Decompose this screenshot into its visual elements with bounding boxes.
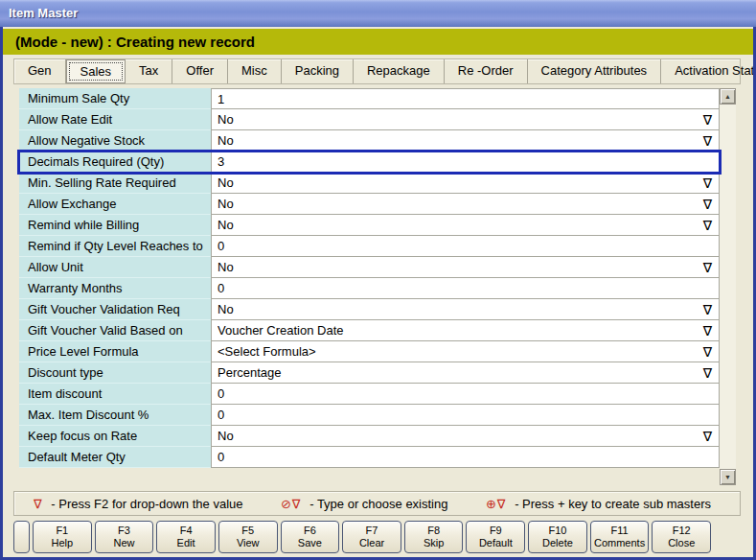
form-row-allow-exchange: Allow Exchange No ∇ [19, 194, 720, 215]
field-value[interactable]: 0 [211, 278, 720, 299]
f6-save-button[interactable]: F6 Save [281, 521, 340, 553]
function-key: F8 [405, 525, 463, 537]
field-label: Discount type [19, 362, 211, 384]
form-row-minimum-sale-qty: Minimum Sale Qty 1 [19, 88, 720, 109]
f1-help-button[interactable]: F1 Help [33, 521, 92, 553]
scroll-up-button[interactable]: ▲ [720, 88, 736, 105]
field-value-text: No [218, 175, 703, 190]
field-value[interactable]: No ∇ [211, 194, 720, 215]
titlebar[interactable]: Item Master [0, 0, 756, 27]
field-label: Allow Exchange [19, 194, 211, 215]
field-label: Allow Unit [19, 257, 211, 278]
tab-offer[interactable]: Offer [172, 59, 228, 83]
field-value-text: No [218, 429, 703, 443]
f11-comments-button[interactable]: F11 Comments [590, 521, 650, 553]
field-value-text: 0 [218, 408, 719, 422]
field-value[interactable]: 0 [211, 447, 720, 468]
field-value[interactable]: 1 [211, 88, 720, 109]
function-label: Save [282, 537, 339, 549]
legend-bar: ∇ - Press F2 for drop-down the value ⊘∇ … [13, 491, 741, 516]
f8-skip-button[interactable]: F8 Skip [404, 521, 464, 553]
legend-text: - Press F2 for drop-down the value [51, 497, 242, 511]
field-label: Price Level Formula [19, 341, 211, 362]
form-row-max-item-discount: Max. Item Discount % 0 [19, 405, 720, 426]
field-label: Remind if Qty Level Reaches to [19, 236, 211, 257]
field-value[interactable]: <Select Formula> ∇ [211, 341, 720, 362]
field-value[interactable]: Percentage ∇ [211, 362, 720, 384]
function-key: F1 [34, 525, 91, 537]
field-value-text: 0 [218, 281, 719, 295]
f12-close-button[interactable]: F12 Close [652, 521, 711, 553]
legend-item: ⊕∇ - Press + key to create sub masters [486, 497, 711, 511]
form-row-default-meter-qty: Default Meter Qty 0 [19, 447, 720, 468]
f7-clear-button[interactable]: F7 Clear [342, 521, 401, 553]
f10-delete-button[interactable]: F10 Delete [528, 521, 587, 553]
function-button-bar: F1 Help F3 New F4 Edit F5 View F6 Save F… [13, 521, 711, 553]
field-value[interactable]: 0 [211, 405, 720, 426]
form-row-item-discount: Item discount 0 [19, 384, 720, 405]
form-row-warranty-months: Warranty Months 0 [19, 278, 720, 299]
tab-activation-status[interactable]: Activation Status [661, 59, 753, 83]
f5-view-button[interactable]: F5 View [218, 521, 278, 553]
field-value[interactable]: Voucher Creation Date ∇ [211, 320, 720, 341]
dropdown-icon[interactable]: ∇ [703, 324, 712, 338]
f4-edit-button[interactable]: F4 Edit [156, 521, 216, 553]
field-value-text: No [218, 260, 703, 274]
field-value[interactable]: No ∇ [211, 299, 720, 320]
field-value[interactable]: No ∇ [211, 215, 720, 236]
field-label: Max. Item Discount % [19, 405, 211, 426]
spacer-button[interactable] [13, 521, 30, 553]
field-label: Gift Voucher Valid Based on [19, 320, 211, 341]
tab-category-attributes[interactable]: Category Attributes [528, 59, 662, 83]
field-label: Decimals Required (Qty) [19, 152, 211, 173]
field-value[interactable]: No ∇ [211, 257, 720, 278]
field-value[interactable]: No ∇ [211, 173, 720, 194]
dropdown-icon[interactable]: ∇ [703, 176, 712, 190]
field-value[interactable]: No ∇ [211, 109, 720, 130]
dropdown-icon[interactable]: ∇ [703, 198, 712, 211]
dropdown-icon[interactable]: ∇ [703, 303, 712, 316]
f9-default-button[interactable]: F9 Default [466, 521, 525, 553]
dropdown-icon[interactable]: ∇ [703, 134, 712, 148]
field-value-text: Percentage [218, 365, 703, 380]
field-value-text: No [218, 218, 703, 232]
dropdown-icon[interactable]: ∇ [703, 366, 712, 380]
field-value[interactable]: 0 [211, 384, 720, 405]
tab-label: Sales [80, 64, 112, 79]
tab-label: Activation Status [675, 63, 753, 78]
field-value-text: No [218, 197, 703, 211]
dropdown-icon[interactable]: ∇ [703, 261, 712, 274]
field-value-text: Voucher Creation Date [218, 323, 703, 338]
form-row-min-selling-rate-required: Min. Selling Rate Required No ∇ [19, 173, 720, 194]
tab-label: Tax [139, 63, 158, 78]
field-value-text: 3 [218, 154, 719, 169]
field-value[interactable]: 0 [211, 236, 720, 257]
tab-misc[interactable]: Misc [228, 59, 282, 83]
legend-symbol-icon: ⊘∇ [281, 497, 302, 511]
dropdown-icon[interactable]: ∇ [703, 345, 712, 359]
dropdown-icon[interactable]: ∇ [703, 113, 712, 127]
form-row-remind-if-qty-level-reaches-to: Remind if Qty Level Reaches to 0 [19, 236, 720, 257]
tab-re-order[interactable]: Re -Order [445, 59, 528, 83]
tab-sales[interactable]: Sales [66, 59, 126, 83]
function-label: Edit [157, 537, 215, 549]
tab-label: Offer [186, 63, 214, 78]
form-row-gift-voucher-valid-based-on: Gift Voucher Valid Based on Voucher Crea… [19, 320, 720, 341]
field-value[interactable]: No ∇ [211, 426, 720, 447]
tab-packing[interactable]: Packing [282, 59, 354, 83]
dropdown-icon[interactable]: ∇ [703, 430, 712, 443]
tab-repackage[interactable]: Repackage [354, 59, 445, 83]
f3-new-button[interactable]: F3 New [95, 521, 154, 553]
dropdown-icon[interactable]: ∇ [703, 219, 712, 232]
tab-gen[interactable]: Gen [14, 59, 66, 83]
field-value-text: No [218, 112, 703, 127]
field-value[interactable]: No ∇ [211, 130, 720, 152]
form-row-allow-negative-stock: Allow Negative Stock No ∇ [19, 130, 720, 152]
function-key: F9 [467, 525, 524, 537]
scroll-down-button[interactable]: ▼ [720, 469, 736, 485]
tab-tax[interactable]: Tax [126, 59, 172, 83]
form-row-keep-focus-on-rate: Keep focus on Rate No ∇ [19, 426, 720, 447]
field-value[interactable]: 3 [211, 152, 720, 173]
vertical-scrollbar[interactable]: ▲ ▼ [720, 88, 736, 485]
field-value-text: 0 [218, 386, 719, 401]
